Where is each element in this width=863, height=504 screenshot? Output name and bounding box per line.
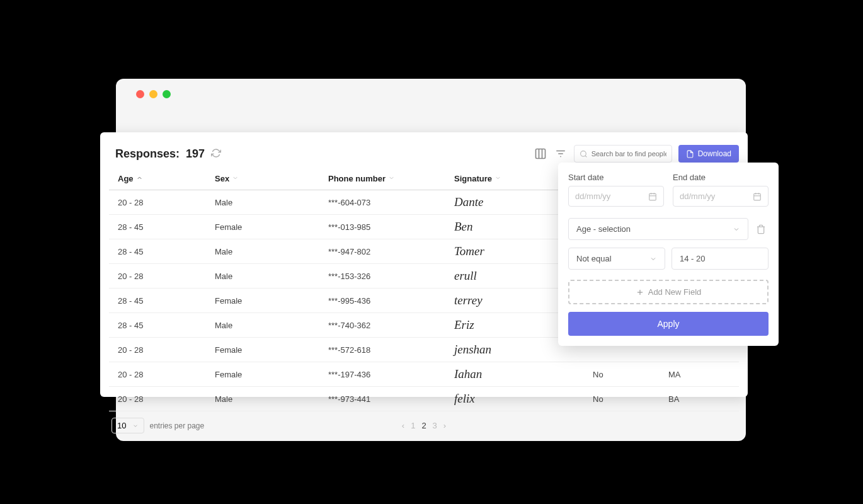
- cell-c5: No: [588, 387, 663, 411]
- svg-line-7: [585, 156, 586, 157]
- toolbar: Responses: 197 Download: [109, 145, 739, 163]
- cell-age: 28 - 45: [109, 215, 210, 239]
- column-header[interactable]: Age: [109, 168, 210, 190]
- plus-icon: [636, 288, 644, 297]
- cell-phone: ***-572-618: [323, 338, 449, 362]
- chevron-down-icon: [733, 226, 740, 233]
- column-header[interactable]: Phone number: [323, 168, 449, 190]
- end-date-placeholder: dd/mm/yy: [680, 192, 715, 201]
- filter-icon[interactable]: [554, 147, 568, 161]
- cell-age: 20 - 28: [109, 338, 210, 362]
- cell-phone: ***-973-441: [323, 387, 449, 411]
- next-page[interactable]: ›: [443, 421, 446, 430]
- page-title: Responses: 197: [109, 147, 222, 161]
- refresh-icon[interactable]: [211, 148, 222, 159]
- cell-sex: Male: [210, 313, 323, 338]
- page-2[interactable]: 2: [421, 421, 426, 430]
- pagination: 10 entries per page ‹123›: [109, 418, 739, 433]
- value-input[interactable]: 14 - 20: [672, 248, 769, 270]
- cell-age: 20 - 28: [109, 264, 210, 289]
- cell-sex: Male: [210, 190, 323, 215]
- page-1[interactable]: 1: [411, 421, 415, 430]
- column-header[interactable]: Sex: [210, 168, 323, 190]
- start-date-label: Start date: [568, 173, 664, 182]
- cell-phone: ***-013-985: [323, 215, 449, 239]
- page-3[interactable]: 3: [433, 421, 437, 430]
- condition-select[interactable]: Not equal: [568, 248, 665, 270]
- response-count: 197: [186, 147, 205, 161]
- cell-sex: Female: [210, 289, 323, 313]
- add-field-button[interactable]: Add New Field: [568, 280, 769, 304]
- cell-sex: Male: [210, 264, 323, 289]
- apply-button[interactable]: Apply: [568, 312, 769, 336]
- cell-phone: ***-604-073: [323, 190, 449, 215]
- filter-panel: Start date dd/mm/yy End date dd/mm/yy Ag…: [558, 163, 779, 346]
- table-row[interactable]: 20 - 28Female***-197-436IahanNoMA: [109, 362, 739, 387]
- svg-rect-12: [754, 193, 761, 200]
- window-controls: [136, 90, 171, 98]
- start-date-placeholder: dd/mm/yy: [575, 192, 610, 201]
- field-select[interactable]: Age - selection: [568, 218, 748, 240]
- close-dot[interactable]: [136, 90, 144, 98]
- add-field-label: Add New Field: [648, 287, 702, 297]
- maximize-dot[interactable]: [163, 90, 171, 98]
- start-date-input[interactable]: dd/mm/yy: [568, 186, 664, 207]
- page-links: ‹123›: [402, 421, 446, 430]
- search-icon: [580, 150, 588, 158]
- end-date-input[interactable]: dd/mm/yy: [673, 186, 769, 207]
- download-icon: [686, 150, 694, 158]
- apply-label: Apply: [657, 319, 679, 329]
- table-row[interactable]: 20 - 28Male***-973-441felixNoBA: [109, 387, 739, 411]
- prev-page[interactable]: ‹: [402, 421, 404, 430]
- cell-phone: ***-995-436: [323, 289, 449, 313]
- cell-age: 28 - 45: [109, 289, 210, 313]
- columns-icon[interactable]: [534, 147, 547, 161]
- search-input[interactable]: [574, 145, 672, 163]
- cell-age: 28 - 45: [109, 239, 210, 264]
- cell-sig: Iahan: [449, 362, 588, 387]
- filter-value: 14 - 20: [680, 254, 705, 263]
- download-label: Download: [698, 149, 731, 158]
- cell-c5: No: [588, 362, 663, 387]
- chevron-down-icon: [132, 423, 139, 429]
- cell-sig: felix: [449, 387, 588, 411]
- svg-rect-0: [535, 149, 545, 159]
- date-range: Start date dd/mm/yy End date dd/mm/yy: [568, 173, 769, 207]
- cell-phone: ***-153-326: [323, 264, 449, 289]
- field-select-value: Age - selection: [576, 224, 631, 234]
- calendar-icon: [753, 192, 762, 201]
- per-page-label: entries per page: [149, 421, 204, 430]
- cell-age: 20 - 28: [109, 362, 210, 387]
- calendar-icon: [648, 192, 657, 201]
- cell-sex: Male: [210, 387, 323, 411]
- title-prefix: Responses:: [115, 147, 180, 161]
- per-page-select[interactable]: 10: [111, 418, 144, 433]
- cell-sex: Male: [210, 239, 323, 264]
- cell-sex: Female: [210, 362, 323, 387]
- cell-phone: ***-947-802: [323, 239, 449, 264]
- cell-sex: Female: [210, 215, 323, 239]
- svg-point-6: [580, 151, 586, 156]
- cell-c6: BA: [663, 387, 739, 411]
- cell-sex: Female: [210, 338, 323, 362]
- minimize-dot[interactable]: [149, 90, 157, 98]
- chevron-down-icon: [649, 255, 657, 263]
- svg-rect-8: [649, 193, 656, 200]
- cell-c6: MA: [663, 362, 739, 387]
- filter-condition-row: Not equal 14 - 20: [568, 248, 769, 270]
- condition-value: Not equal: [576, 254, 612, 263]
- cell-age: 28 - 45: [109, 313, 210, 338]
- download-button[interactable]: Download: [678, 145, 739, 163]
- cell-age: 20 - 28: [109, 387, 210, 411]
- search-field[interactable]: [592, 150, 666, 158]
- cell-phone: ***-197-436: [323, 362, 449, 387]
- toolbar-actions: Download: [534, 145, 739, 163]
- filter-field-row: Age - selection: [568, 218, 769, 240]
- cell-phone: ***-740-362: [323, 313, 449, 338]
- end-date-label: End date: [673, 173, 769, 182]
- delete-filter-icon[interactable]: [753, 222, 769, 237]
- cell-age: 20 - 28: [109, 190, 210, 215]
- per-page-value: 10: [117, 421, 126, 430]
- per-page-control: 10 entries per page: [111, 418, 204, 433]
